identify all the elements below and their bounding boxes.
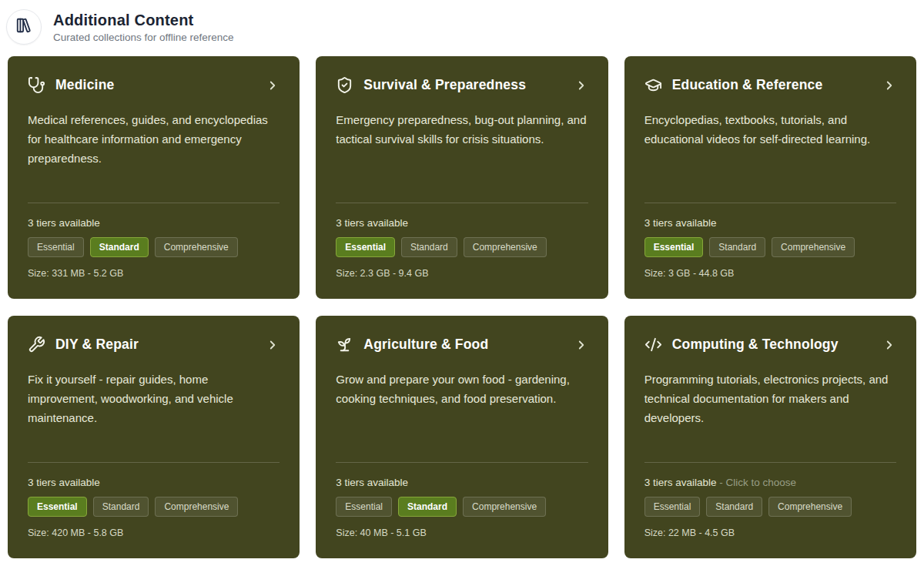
card-title: Survival & Preparedness	[363, 77, 564, 93]
divider	[28, 203, 280, 203]
tiers-line: 3 tiers available	[336, 217, 588, 229]
page-title: Additional Content	[53, 12, 234, 29]
tiers-label: 3 tiers available	[336, 477, 408, 488]
tier-badge-comprehensive[interactable]: Comprehensive	[772, 237, 855, 257]
tier-badge-standard[interactable]: Standard	[706, 497, 762, 517]
size-range: Size: 40 MB - 5.1 GB	[336, 527, 588, 538]
size-range: Size: 420 MB - 5.8 GB	[28, 527, 280, 538]
chevron-right-icon[interactable]	[574, 338, 588, 352]
graduation-cap-icon	[644, 76, 662, 94]
chevron-right-icon[interactable]	[574, 79, 588, 92]
collection-card[interactable]: DIY & Repair Fix it yourself - repair gu…	[8, 316, 300, 558]
tier-badges: EssentialStandardComprehensive	[644, 497, 896, 517]
collection-card[interactable]: Education & Reference Encyclopedias, tex…	[624, 56, 916, 299]
page-header: Additional Content Curated collections f…	[0, 0, 924, 45]
chevron-right-icon[interactable]	[266, 79, 280, 92]
tier-badge-standard[interactable]: Standard	[93, 497, 149, 517]
tier-badge-comprehensive[interactable]: Comprehensive	[464, 237, 547, 257]
tiers-label: 3 tiers available	[644, 477, 717, 488]
card-title: Computing & Technology	[672, 337, 872, 353]
page-subtitle: Curated collections for offline referenc…	[53, 32, 234, 43]
card-title: Agriculture & Food	[363, 337, 564, 353]
tier-badge-essential[interactable]: Essential	[644, 497, 701, 517]
divider	[644, 203, 896, 203]
size-range: Size: 22 MB - 4.5 GB	[644, 527, 896, 538]
card-title: Education & Reference	[672, 77, 872, 93]
collection-card[interactable]: Survival & Preparedness Emergency prepar…	[316, 56, 608, 299]
card-description: Grow and prepare your own food - gardeni…	[336, 370, 588, 408]
code-icon	[644, 336, 662, 353]
tiers-line: 3 tiers available	[28, 477, 280, 488]
tier-badge-standard[interactable]: Standard	[709, 237, 765, 257]
wrench-icon	[28, 336, 45, 353]
tier-badge-comprehensive[interactable]: Comprehensive	[463, 497, 546, 517]
chevron-right-icon[interactable]	[266, 338, 280, 352]
size-range: Size: 331 MB - 5.2 GB	[28, 268, 280, 279]
tier-badge-essential[interactable]: Essential	[336, 237, 395, 257]
stethoscope-icon	[28, 76, 45, 94]
tiers-label: 3 tiers available	[336, 217, 408, 229]
card-description: Programming tutorials, electronics proje…	[644, 370, 896, 427]
tier-badges: EssentialStandardComprehensive	[336, 237, 588, 257]
divider	[28, 462, 280, 463]
tier-badge-comprehensive[interactable]: Comprehensive	[155, 237, 238, 257]
tier-badges: EssentialStandardComprehensive	[28, 237, 280, 257]
shield-check-icon	[336, 76, 353, 94]
sprout-icon	[336, 336, 353, 353]
tier-badge-standard[interactable]: Standard	[398, 497, 457, 517]
collection-card[interactable]: Agriculture & Food Grow and prepare your…	[316, 316, 608, 558]
tier-badge-essential[interactable]: Essential	[336, 497, 392, 517]
card-description: Medical references, guides, and encyclop…	[28, 110, 280, 168]
tier-badge-comprehensive[interactable]: Comprehensive	[768, 497, 852, 517]
size-range: Size: 2.3 GB - 9.4 GB	[336, 268, 588, 279]
card-title: Medicine	[55, 77, 256, 93]
tiers-line: 3 tiers available	[28, 217, 280, 229]
card-description: Emergency preparedness, bug-out planning…	[336, 110, 588, 149]
collection-card[interactable]: Medicine Medical references, guides, and…	[8, 56, 300, 299]
divider	[336, 462, 588, 463]
chevron-right-icon[interactable]	[882, 79, 896, 92]
tiers-line: 3 tiers available	[644, 217, 896, 229]
size-range: Size: 3 GB - 44.8 GB	[644, 268, 896, 279]
tier-badge-essential[interactable]: Essential	[644, 237, 704, 257]
tiers-label: 3 tiers available	[28, 477, 100, 488]
tiers-label: 3 tiers available	[644, 217, 717, 229]
tiers-hint: - Click to choose	[719, 477, 796, 488]
card-description: Fix it yourself - repair guides, home im…	[28, 370, 280, 427]
library-icon	[15, 17, 32, 37]
cards-grid: Medicine Medical references, guides, and…	[8, 56, 916, 558]
tier-badge-standard[interactable]: Standard	[90, 237, 149, 257]
chevron-right-icon[interactable]	[882, 338, 896, 352]
collection-card[interactable]: Computing & Technology Programming tutor…	[624, 316, 916, 558]
divider	[336, 203, 588, 203]
header-icon-circle	[6, 9, 42, 45]
tier-badge-essential[interactable]: Essential	[28, 497, 87, 517]
divider	[644, 462, 896, 463]
tiers-line: 3 tiers available - Click to choose	[644, 477, 896, 488]
tier-badges: EssentialStandardComprehensive	[28, 497, 280, 517]
tiers-line: 3 tiers available	[336, 477, 588, 488]
tier-badge-standard[interactable]: Standard	[401, 237, 457, 257]
tiers-label: 3 tiers available	[28, 217, 100, 229]
tier-badges: EssentialStandardComprehensive	[336, 497, 588, 517]
tier-badge-essential[interactable]: Essential	[28, 237, 84, 257]
card-title: DIY & Repair	[55, 337, 256, 353]
tier-badges: EssentialStandardComprehensive	[644, 237, 896, 257]
tier-badge-comprehensive[interactable]: Comprehensive	[155, 497, 238, 517]
card-description: Encyclopedias, textbooks, tutorials, and…	[644, 110, 896, 149]
